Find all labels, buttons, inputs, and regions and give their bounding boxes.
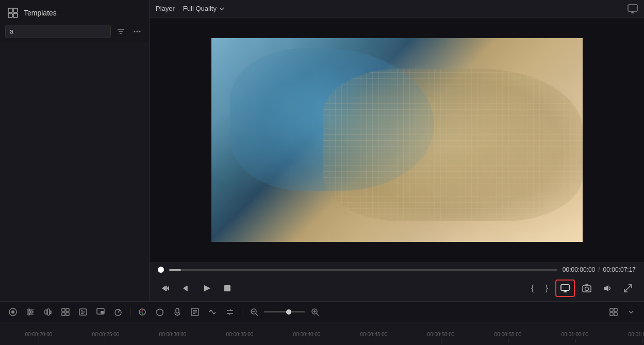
mark-line bbox=[508, 339, 508, 343]
color-wheel-button[interactable] bbox=[135, 305, 150, 319]
svg-rect-52 bbox=[176, 308, 179, 313]
stop-button[interactable] bbox=[219, 281, 236, 296]
zoom-out-button[interactable] bbox=[246, 305, 262, 319]
multicam-button[interactable] bbox=[58, 305, 73, 319]
progress-track[interactable] bbox=[169, 269, 557, 271]
mark-line bbox=[575, 339, 575, 343]
separator-1 bbox=[130, 307, 130, 317]
mark-in-button[interactable]: { bbox=[527, 281, 538, 296]
separator-2 bbox=[242, 307, 242, 317]
audio-button[interactable] bbox=[599, 281, 616, 296]
svg-line-62 bbox=[256, 314, 258, 316]
zoom-thumb bbox=[286, 309, 291, 315]
player-controls: 00:00:00:00 / 00:00:07:17 bbox=[150, 262, 644, 301]
mark-line bbox=[173, 339, 173, 343]
search-input[interactable] bbox=[5, 25, 111, 38]
shield-button[interactable] bbox=[152, 305, 168, 319]
grid-view-button[interactable] bbox=[606, 305, 621, 319]
timeline-mark: 00:00:35:00 bbox=[206, 332, 273, 343]
step-back-button[interactable] bbox=[157, 281, 174, 296]
control-buttons-row: { } bbox=[150, 277, 644, 301]
svg-rect-20 bbox=[224, 285, 230, 291]
player-header-left: Player Full Quality bbox=[156, 3, 228, 14]
progress-handle[interactable] bbox=[158, 267, 164, 273]
mark-out-button[interactable]: } bbox=[541, 281, 552, 296]
svg-point-9 bbox=[139, 31, 141, 32]
timeline-mark: 00:00:25:00 bbox=[72, 332, 139, 343]
svg-rect-10 bbox=[628, 5, 637, 11]
mark-line bbox=[441, 339, 441, 343]
mark-label: 00:00:50:00 bbox=[427, 332, 455, 337]
svg-rect-40 bbox=[66, 308, 69, 311]
zoom-in-button[interactable] bbox=[307, 305, 323, 319]
sidebar-title: Templates bbox=[24, 9, 57, 17]
swap-button[interactable] bbox=[222, 305, 238, 319]
svg-point-48 bbox=[115, 309, 121, 316]
mark-line bbox=[240, 339, 240, 343]
svg-rect-41 bbox=[62, 313, 65, 316]
zoom-slider[interactable] bbox=[264, 311, 305, 313]
quality-dropdown[interactable]: Full Quality bbox=[180, 3, 228, 14]
pointer-tool-button[interactable] bbox=[5, 305, 21, 319]
mark-label: 00:00:25:00 bbox=[92, 332, 120, 337]
svg-rect-38 bbox=[50, 311, 51, 314]
timeline-mark: 00:01:00:00 bbox=[541, 332, 608, 343]
svg-rect-69 bbox=[610, 313, 613, 316]
video-frame bbox=[211, 38, 583, 242]
svg-point-25 bbox=[585, 287, 589, 291]
timeline-mark: 00:00:50:00 bbox=[407, 332, 474, 343]
sidebar-header: Templates bbox=[0, 0, 149, 23]
quality-label: Full Quality bbox=[183, 5, 217, 12]
svg-line-27 bbox=[625, 285, 631, 291]
svg-point-33 bbox=[28, 309, 30, 311]
svg-rect-21 bbox=[561, 285, 569, 290]
fullscreen-preview-button[interactable] bbox=[555, 280, 575, 297]
pip-button[interactable] bbox=[93, 305, 108, 319]
motion-button[interactable] bbox=[205, 305, 220, 319]
play-button[interactable] bbox=[198, 281, 216, 296]
svg-line-66 bbox=[317, 314, 319, 316]
mark-line bbox=[642, 339, 642, 343]
speed-button[interactable] bbox=[110, 305, 126, 319]
snapshot-button[interactable] bbox=[578, 281, 596, 296]
current-time: 00:00:00:00 bbox=[563, 266, 595, 273]
subtitle-button[interactable] bbox=[75, 305, 91, 319]
svg-rect-39 bbox=[62, 308, 65, 311]
sidebar-search-row bbox=[0, 23, 149, 42]
text-button[interactable] bbox=[187, 305, 203, 319]
timeline-marks: 00:00:20:00 00:00:25:00 00:00:30:00 00:0… bbox=[0, 322, 644, 343]
video-container bbox=[150, 18, 644, 262]
mark-label: 00:00:40:00 bbox=[293, 332, 321, 337]
audio-tool-button[interactable] bbox=[40, 305, 56, 319]
svg-rect-3 bbox=[13, 13, 18, 18]
bottom-toolbar bbox=[0, 301, 644, 322]
mark-label: 00:00:35:00 bbox=[226, 332, 254, 337]
mic-button[interactable] bbox=[170, 305, 185, 319]
timeline-mark: 00:00:45:00 bbox=[340, 332, 407, 343]
svg-rect-2 bbox=[8, 13, 12, 18]
mark-label: 00:00:55:00 bbox=[494, 332, 522, 337]
mark-line bbox=[106, 339, 106, 343]
monitor-icon-button[interactable] bbox=[628, 4, 638, 14]
more-options-button[interactable] bbox=[130, 25, 144, 38]
resize-button[interactable] bbox=[619, 281, 637, 296]
progress-bar-row: 00:00:00:00 / 00:00:07:17 bbox=[150, 262, 644, 277]
more-tools-button[interactable] bbox=[623, 305, 639, 319]
mark-label: 00:01:05:00 bbox=[629, 332, 644, 337]
mark-line bbox=[374, 339, 374, 343]
svg-point-8 bbox=[137, 31, 138, 32]
svg-point-35 bbox=[28, 313, 30, 315]
frame-back-button[interactable] bbox=[177, 281, 195, 296]
svg-rect-67 bbox=[610, 308, 613, 311]
svg-rect-42 bbox=[66, 313, 69, 316]
adjust-tool-button[interactable] bbox=[23, 305, 38, 319]
timeline-mark: 00:00:20:00 bbox=[5, 332, 72, 343]
timeline-mark: 00:00:30:00 bbox=[139, 332, 206, 343]
svg-point-29 bbox=[11, 310, 14, 314]
svg-rect-1 bbox=[13, 8, 18, 12]
timeline-mark: 00:00:55:00 bbox=[474, 332, 541, 343]
svg-line-49 bbox=[118, 310, 120, 313]
progress-fill bbox=[169, 269, 181, 271]
svg-rect-0 bbox=[8, 8, 12, 12]
filter-button[interactable] bbox=[114, 25, 127, 38]
